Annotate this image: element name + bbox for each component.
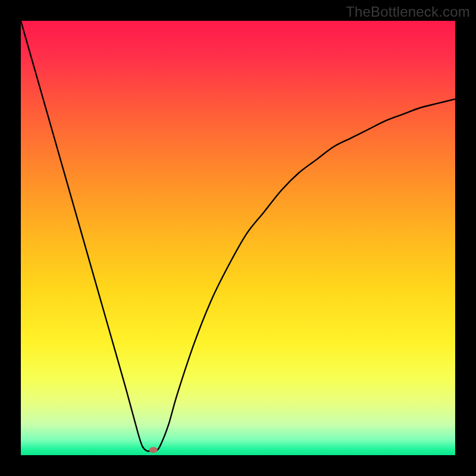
plot-area	[21, 21, 455, 455]
chart-frame: TheBottleneck.com	[0, 0, 476, 476]
minimum-marker	[149, 447, 158, 453]
gradient-background	[21, 21, 455, 455]
watermark-text: TheBottleneck.com	[346, 4, 470, 20]
plot-svg	[21, 21, 455, 455]
